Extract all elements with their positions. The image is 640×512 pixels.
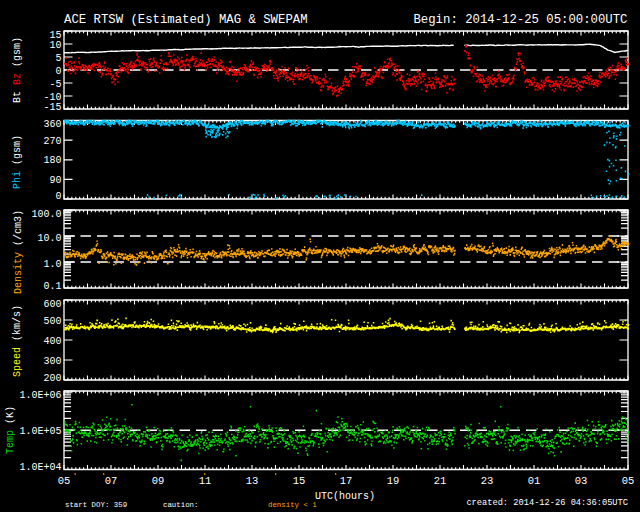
svg-text:start DOY: 359: start DOY: 359 <box>65 501 127 509</box>
svg-text:270: 270 <box>43 136 61 147</box>
svg-text:-5: -5 <box>49 79 61 90</box>
svg-text:03: 03 <box>575 475 588 487</box>
svg-text:5: 5 <box>55 53 61 64</box>
svg-text:Speed (km/s): Speed (km/s) <box>12 305 23 377</box>
svg-text:Bt Bz (gsm): Bt Bz (gsm) <box>12 37 23 103</box>
svg-text:500: 500 <box>43 316 61 327</box>
svg-text:0: 0 <box>55 66 61 77</box>
svg-text:100.0: 100.0 <box>31 209 61 220</box>
svg-text:10: 10 <box>49 40 61 51</box>
svg-text:90: 90 <box>49 175 61 186</box>
svg-text:UTC(hours): UTC(hours) <box>315 491 375 502</box>
svg-text:15: 15 <box>293 475 306 487</box>
svg-text:01: 01 <box>528 475 541 487</box>
svg-text:07: 07 <box>105 475 118 487</box>
svg-text:Density (/cm3): Density (/cm3) <box>13 210 24 294</box>
svg-text:1.0: 1.0 <box>43 259 61 270</box>
svg-text:1.0E+06: 1.0E+06 <box>19 390 61 401</box>
svg-text:caution:: caution: <box>163 501 198 509</box>
svg-text:21: 21 <box>434 475 447 487</box>
svg-text:created: 2014-12-26 04:36:05UT: created: 2014-12-26 04:36:05UTC <box>466 498 628 508</box>
svg-text:17: 17 <box>340 475 353 487</box>
svg-text:400: 400 <box>43 336 61 347</box>
svg-text:11: 11 <box>199 475 212 487</box>
svg-text:Phi (gsm): Phi (gsm) <box>12 135 23 189</box>
svg-text:density < 1: density < 1 <box>268 501 317 509</box>
svg-text:09: 09 <box>152 475 165 487</box>
svg-text:180: 180 <box>43 155 61 166</box>
svg-text:13: 13 <box>246 475 259 487</box>
svg-text:19: 19 <box>387 475 400 487</box>
svg-text:1.0E+05: 1.0E+05 <box>19 426 61 437</box>
svg-text:05: 05 <box>58 475 71 487</box>
svg-text:23: 23 <box>481 475 494 487</box>
svg-text:0: 0 <box>55 191 61 202</box>
svg-text:300: 300 <box>43 356 61 367</box>
svg-text:600: 600 <box>43 299 61 310</box>
svg-text:Begin: 2014-12-25 05:00:00UTC: Begin: 2014-12-25 05:00:00UTC <box>413 13 627 27</box>
svg-text:Temp (K): Temp (K) <box>5 406 16 454</box>
svg-text:1.0E+04: 1.0E+04 <box>19 462 61 473</box>
svg-text:360: 360 <box>43 119 61 130</box>
svg-text:05: 05 <box>622 475 635 487</box>
svg-text:ACE RTSW (Estimated) MAG & SWE: ACE RTSW (Estimated) MAG & SWEPAM <box>64 13 308 27</box>
svg-text:10.0: 10.0 <box>37 233 61 244</box>
svg-text:-15: -15 <box>43 102 61 113</box>
svg-text:200: 200 <box>43 373 61 384</box>
svg-text:0.1: 0.1 <box>43 281 61 292</box>
